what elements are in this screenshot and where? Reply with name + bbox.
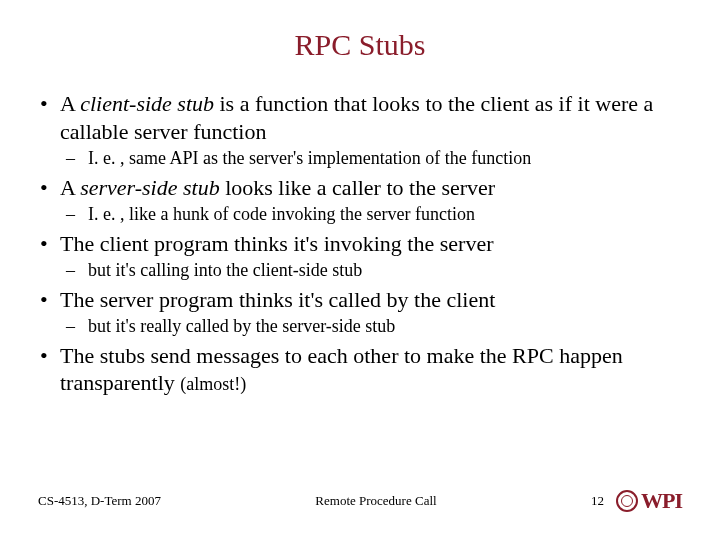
bullet-1-pre: A <box>60 91 80 116</box>
sub-3: but it's calling into the client-side st… <box>88 259 682 282</box>
slide-body: A client-side stub is a function that lo… <box>38 90 682 397</box>
sub-4: but it's really called by the server-sid… <box>88 315 682 338</box>
bullet-5: The stubs send messages to each other to… <box>60 342 682 397</box>
footer-topic: Remote Procedure Call <box>315 493 436 509</box>
wpi-wordmark: WPI <box>641 488 682 514</box>
sub-list-1: I. e. , same API as the server's impleme… <box>60 147 682 170</box>
bullet-2-pre: A <box>60 175 80 200</box>
wpi-seal-icon <box>616 490 638 512</box>
sub-1: I. e. , same API as the server's impleme… <box>88 147 682 170</box>
bullet-2-post: looks like a caller to the server <box>220 175 496 200</box>
bullet-5-tail: (almost!) <box>180 374 246 394</box>
bullet-2-em: server-side stub <box>80 175 219 200</box>
bullet-3-text: The client program thinks it's invoking … <box>60 231 493 256</box>
slide-footer: CS-4513, D-Term 2007 Remote Procedure Ca… <box>0 488 720 514</box>
footer-course: CS-4513, D-Term 2007 <box>38 493 161 509</box>
bullet-5-main: The stubs send messages to each other to… <box>60 343 623 396</box>
bullet-4-text: The server program thinks it's called by… <box>60 287 495 312</box>
sub-list-4: but it's really called by the server-sid… <box>60 315 682 338</box>
sub-list-3: but it's calling into the client-side st… <box>60 259 682 282</box>
bullet-4: The server program thinks it's called by… <box>60 286 682 338</box>
bullet-1: A client-side stub is a function that lo… <box>60 90 682 170</box>
bullet-list: A client-side stub is a function that lo… <box>38 90 682 397</box>
footer-page-number: 12 <box>591 493 604 509</box>
bullet-3: The client program thinks it's invoking … <box>60 230 682 282</box>
bullet-2: A server-side stub looks like a caller t… <box>60 174 682 226</box>
sub-2: I. e. , like a hunk of code invoking the… <box>88 203 682 226</box>
footer-logo: WPI <box>616 488 682 514</box>
sub-list-2: I. e. , like a hunk of code invoking the… <box>60 203 682 226</box>
bullet-1-em: client-side stub <box>80 91 214 116</box>
slide-title: RPC Stubs <box>38 28 682 62</box>
